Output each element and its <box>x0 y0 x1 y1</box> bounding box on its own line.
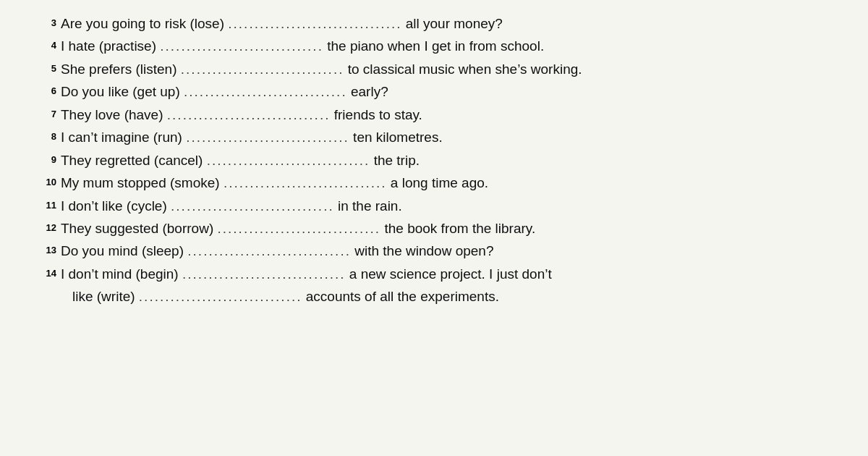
item-before: My mum stopped (smoke) <box>61 175 224 190</box>
item-text: My mum stopped (smoke) .................… <box>61 172 833 193</box>
item-text: They regretted (cancel) ................… <box>61 150 833 171</box>
item-text: I don’t mind (begin) ...................… <box>61 263 833 284</box>
item-dots: ............................... <box>218 218 381 239</box>
item-dots: ................................. <box>228 13 401 34</box>
item-before: Do you mind (sleep) <box>61 243 187 258</box>
item-number: 8 <box>35 130 56 144</box>
item-number: 3 <box>35 16 56 30</box>
item-after: early? <box>347 84 388 99</box>
item-dots: ............................... <box>167 104 331 125</box>
item-number: 10 <box>35 175 56 190</box>
list-item: 3Are you going to risk (lose) ..........… <box>35 13 833 34</box>
list-item: 7They love (have) ......................… <box>35 104 833 125</box>
item-dots: ............................... <box>207 150 370 171</box>
item-dots: ............................... <box>184 81 347 102</box>
item-text: I can’t imagine (run) ..................… <box>61 127 833 148</box>
continuation-text: like (write) ...........................… <box>72 286 833 307</box>
item-before: They love (have) <box>61 107 167 122</box>
item-dots: ............................... <box>171 195 334 216</box>
item-after: friends to stay. <box>330 107 422 122</box>
item-after: a new science project. I just don’t <box>346 266 552 282</box>
item-before: They regretted (cancel) <box>61 153 207 168</box>
item-dots: ............................... <box>181 59 344 80</box>
item-dots: ............................... <box>224 172 387 193</box>
item-before: I don’t mind (begin) <box>61 266 182 282</box>
item-before: Do you like (get up) <box>61 84 184 99</box>
item-after: the book from the library. <box>380 221 535 236</box>
item-dots: ............................... <box>182 263 346 284</box>
item-after: the trip. <box>370 153 420 168</box>
item-before: They suggested (borrow) <box>61 221 218 236</box>
continuation-after: accounts of all the experiments. <box>302 289 499 304</box>
item-text: I don’t like (cycle) ...................… <box>61 195 833 216</box>
item-after: with the window open? <box>351 243 494 258</box>
item-before: She prefers (listen) <box>61 62 181 77</box>
list-item: 5She prefers (listen) ..................… <box>35 59 833 80</box>
list-item: 4I hate (practise) .....................… <box>35 35 833 56</box>
item-number: 9 <box>35 153 56 167</box>
item-text: Are you going to risk (lose) ...........… <box>61 13 833 34</box>
list-item: 14I don’t mind (begin) .................… <box>35 263 833 284</box>
item-number: 5 <box>35 62 56 76</box>
item-after: all your money? <box>401 16 502 31</box>
exercise-page: 3Are you going to risk (lose) ..........… <box>0 0 868 456</box>
item-after: ten kilometres. <box>349 130 443 145</box>
item-after: in the rain. <box>334 198 402 214</box>
list-item: 6Do you like (get up) ..................… <box>35 81 833 102</box>
list-item: 11I don’t like (cycle) .................… <box>35 195 833 216</box>
item-number: 11 <box>35 198 56 213</box>
item-before: Are you going to risk (lose) <box>61 16 228 31</box>
item-text: They love (have) .......................… <box>61 104 833 125</box>
continuation-before: like (write) <box>72 289 139 304</box>
item-number: 7 <box>35 107 56 122</box>
item-number: 4 <box>35 38 56 53</box>
item-before: I hate (practise) <box>61 38 160 54</box>
item-text: She prefers (listen) ...................… <box>61 59 833 80</box>
item-text: Do you mind (sleep) ....................… <box>61 240 833 261</box>
list-item: 8I can’t imagine (run) .................… <box>35 127 833 148</box>
item-number: 6 <box>35 84 56 98</box>
item-after: a long time ago. <box>387 175 488 190</box>
list-item: 13Do you mind (sleep) ..................… <box>35 240 833 261</box>
item-text: I hate (practise) ......................… <box>61 35 833 56</box>
list-item: 9They regretted (cancel) ...............… <box>35 150 833 171</box>
item-dots: ............................... <box>186 127 349 148</box>
item-before: I can’t imagine (run) <box>61 130 186 145</box>
item-number: 12 <box>35 221 56 235</box>
item-text: Do you like (get up) ...................… <box>61 81 833 102</box>
continuation-item: like (write) ...........................… <box>35 286 833 307</box>
item-number: 14 <box>35 266 56 281</box>
item-before: I don’t like (cycle) <box>61 198 171 214</box>
item-dots: ............................... <box>187 240 351 261</box>
list-item: 12They suggested (borrow) ..............… <box>35 218 833 239</box>
item-after: to classical music when she’s working. <box>344 62 582 77</box>
item-number: 13 <box>35 243 56 258</box>
item-text: They suggested (borrow) ................… <box>61 218 833 239</box>
item-after: the piano when I get in from school. <box>323 38 544 54</box>
continuation-dots: ............................... <box>139 286 302 307</box>
item-dots: ............................... <box>160 35 323 56</box>
list-item: 10My mum stopped (smoke) ...............… <box>35 172 833 193</box>
